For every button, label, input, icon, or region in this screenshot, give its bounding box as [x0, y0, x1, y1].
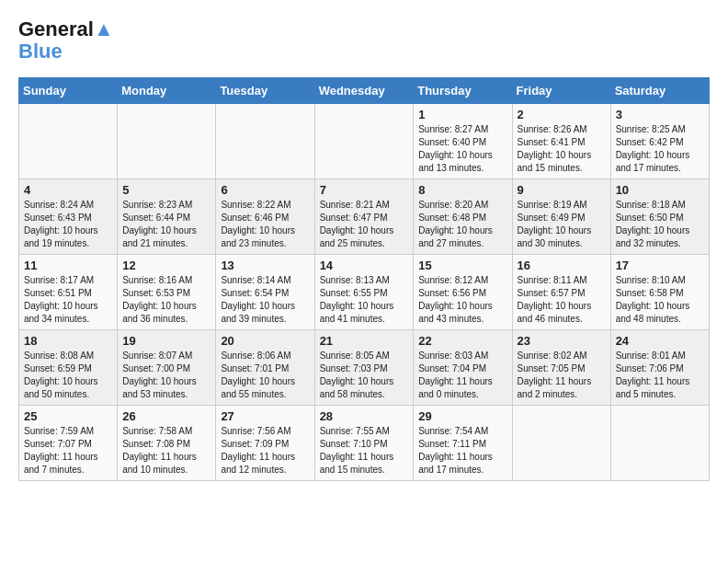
calendar-cell: 13Sunrise: 8:14 AMSunset: 6:54 PMDayligh…	[216, 255, 314, 330]
calendar-cell	[118, 104, 216, 179]
calendar-cell: 29Sunrise: 7:54 AMSunset: 7:11 PMDayligh…	[414, 406, 512, 481]
calendar-cell: 8Sunrise: 8:20 AMSunset: 6:48 PMDaylight…	[414, 179, 512, 255]
calendar-cell: 14Sunrise: 8:13 AMSunset: 6:55 PMDayligh…	[314, 255, 414, 330]
day-info: Sunrise: 8:02 AMSunset: 7:05 PMDaylight:…	[518, 350, 606, 401]
calendar-cell: 1Sunrise: 8:27 AMSunset: 6:40 PMDaylight…	[414, 104, 512, 179]
day-number: 18	[24, 334, 112, 348]
calendar-cell: 18Sunrise: 8:08 AMSunset: 6:59 PMDayligh…	[19, 330, 118, 406]
day-number: 27	[221, 409, 309, 423]
day-number: 7	[320, 183, 409, 197]
weekday-header: Saturday	[610, 78, 709, 104]
day-number: 5	[122, 183, 210, 197]
weekday-header: Sunday	[19, 78, 118, 104]
day-info: Sunrise: 8:23 AMSunset: 6:44 PMDaylight:…	[122, 199, 210, 250]
day-info: Sunrise: 7:56 AMSunset: 7:09 PMDaylight:…	[221, 425, 309, 477]
calendar-week: 11Sunrise: 8:17 AMSunset: 6:51 PMDayligh…	[19, 255, 710, 330]
weekday-header: Tuesday	[216, 78, 314, 104]
calendar-cell: 26Sunrise: 7:58 AMSunset: 7:08 PMDayligh…	[118, 406, 216, 481]
day-number: 3	[616, 108, 704, 121]
day-info: Sunrise: 8:24 AMSunset: 6:43 PMDaylight:…	[24, 199, 112, 250]
calendar-week: 1Sunrise: 8:27 AMSunset: 6:40 PMDaylight…	[19, 104, 710, 179]
calendar-cell: 11Sunrise: 8:17 AMSunset: 6:51 PMDayligh…	[19, 255, 118, 330]
calendar-cell: 15Sunrise: 8:12 AMSunset: 6:56 PMDayligh…	[414, 255, 512, 330]
calendar-week: 4Sunrise: 8:24 AMSunset: 6:43 PMDaylight…	[19, 179, 710, 255]
calendar-cell: 5Sunrise: 8:23 AMSunset: 6:44 PMDaylight…	[118, 179, 216, 255]
day-number: 1	[418, 108, 506, 121]
day-info: Sunrise: 8:13 AMSunset: 6:55 PMDaylight:…	[320, 274, 409, 326]
calendar-cell: 9Sunrise: 8:19 AMSunset: 6:49 PMDaylight…	[512, 179, 610, 255]
day-number: 23	[518, 334, 606, 348]
logo: General▲ Blue	[18, 18, 114, 63]
calendar-cell: 24Sunrise: 8:01 AMSunset: 7:06 PMDayligh…	[610, 330, 709, 406]
weekday-header: Thursday	[414, 78, 512, 104]
day-number: 11	[24, 259, 112, 272]
day-number: 17	[616, 259, 704, 272]
calendar-week: 25Sunrise: 7:59 AMSunset: 7:07 PMDayligh…	[19, 406, 710, 481]
day-info: Sunrise: 8:11 AMSunset: 6:57 PMDaylight:…	[518, 274, 606, 326]
day-number: 24	[616, 334, 704, 348]
day-number: 21	[320, 334, 409, 348]
calendar-week: 18Sunrise: 8:08 AMSunset: 6:59 PMDayligh…	[19, 330, 710, 406]
day-number: 6	[221, 183, 309, 197]
day-info: Sunrise: 8:06 AMSunset: 7:01 PMDaylight:…	[221, 350, 309, 401]
day-number: 15	[418, 259, 506, 272]
calendar-cell: 22Sunrise: 8:03 AMSunset: 7:04 PMDayligh…	[414, 330, 512, 406]
day-info: Sunrise: 8:10 AMSunset: 6:58 PMDaylight:…	[616, 274, 704, 326]
day-info: Sunrise: 8:18 AMSunset: 6:50 PMDaylight:…	[616, 199, 704, 250]
day-info: Sunrise: 8:20 AMSunset: 6:48 PMDaylight:…	[418, 199, 506, 250]
day-info: Sunrise: 8:14 AMSunset: 6:54 PMDaylight:…	[221, 274, 309, 326]
calendar-table: SundayMondayTuesdayWednesdayThursdayFrid…	[18, 77, 710, 481]
day-number: 10	[616, 183, 704, 197]
day-info: Sunrise: 8:26 AMSunset: 6:41 PMDaylight:…	[518, 123, 606, 175]
calendar-cell: 25Sunrise: 7:59 AMSunset: 7:07 PMDayligh…	[19, 406, 118, 481]
day-number: 16	[518, 259, 606, 272]
day-info: Sunrise: 7:55 AMSunset: 7:10 PMDaylight:…	[320, 425, 409, 477]
day-info: Sunrise: 8:05 AMSunset: 7:03 PMDaylight:…	[320, 350, 409, 401]
day-number: 14	[320, 259, 409, 272]
calendar-cell: 4Sunrise: 8:24 AMSunset: 6:43 PMDaylight…	[19, 179, 118, 255]
day-info: Sunrise: 8:07 AMSunset: 7:00 PMDaylight:…	[122, 350, 210, 401]
calendar-cell: 2Sunrise: 8:26 AMSunset: 6:41 PMDaylight…	[512, 104, 610, 179]
day-number: 20	[221, 334, 309, 348]
calendar-cell: 20Sunrise: 8:06 AMSunset: 7:01 PMDayligh…	[216, 330, 314, 406]
logo-text: General▲ Blue	[18, 18, 114, 63]
day-info: Sunrise: 8:21 AMSunset: 6:47 PMDaylight:…	[320, 199, 409, 250]
calendar-cell: 6Sunrise: 8:22 AMSunset: 6:46 PMDaylight…	[216, 179, 314, 255]
day-number: 26	[122, 409, 210, 423]
weekday-header: Friday	[512, 78, 610, 104]
day-info: Sunrise: 8:27 AMSunset: 6:40 PMDaylight:…	[418, 123, 506, 175]
day-info: Sunrise: 8:03 AMSunset: 7:04 PMDaylight:…	[418, 350, 506, 401]
calendar-cell: 27Sunrise: 7:56 AMSunset: 7:09 PMDayligh…	[216, 406, 314, 481]
day-number: 28	[320, 409, 409, 423]
calendar-cell: 17Sunrise: 8:10 AMSunset: 6:58 PMDayligh…	[610, 255, 709, 330]
day-number: 13	[221, 259, 309, 272]
weekday-header: Monday	[118, 78, 216, 104]
calendar-header: SundayMondayTuesdayWednesdayThursdayFrid…	[19, 78, 710, 104]
day-info: Sunrise: 7:58 AMSunset: 7:08 PMDaylight:…	[122, 425, 210, 477]
calendar-cell: 19Sunrise: 8:07 AMSunset: 7:00 PMDayligh…	[118, 330, 216, 406]
calendar-cell	[512, 406, 610, 481]
calendar-cell: 10Sunrise: 8:18 AMSunset: 6:50 PMDayligh…	[610, 179, 709, 255]
day-number: 4	[24, 183, 112, 197]
calendar-cell	[216, 104, 314, 179]
day-info: Sunrise: 7:54 AMSunset: 7:11 PMDaylight:…	[418, 425, 506, 477]
day-info: Sunrise: 8:12 AMSunset: 6:56 PMDaylight:…	[418, 274, 506, 326]
day-number: 8	[418, 183, 506, 197]
day-number: 29	[418, 409, 506, 423]
day-info: Sunrise: 8:17 AMSunset: 6:51 PMDaylight:…	[24, 274, 112, 326]
calendar-cell	[19, 104, 118, 179]
calendar-cell: 3Sunrise: 8:25 AMSunset: 6:42 PMDaylight…	[610, 104, 709, 179]
day-number: 19	[122, 334, 210, 348]
calendar-cell: 7Sunrise: 8:21 AMSunset: 6:47 PMDaylight…	[314, 179, 414, 255]
day-info: Sunrise: 8:25 AMSunset: 6:42 PMDaylight:…	[616, 123, 704, 175]
day-number: 9	[518, 183, 606, 197]
day-number: 12	[122, 259, 210, 272]
day-number: 22	[418, 334, 506, 348]
calendar-cell	[610, 406, 709, 481]
day-info: Sunrise: 7:59 AMSunset: 7:07 PMDaylight:…	[24, 425, 112, 477]
day-info: Sunrise: 8:01 AMSunset: 7:06 PMDaylight:…	[616, 350, 704, 401]
day-info: Sunrise: 8:19 AMSunset: 6:49 PMDaylight:…	[518, 199, 606, 250]
calendar-cell: 28Sunrise: 7:55 AMSunset: 7:10 PMDayligh…	[314, 406, 414, 481]
day-info: Sunrise: 8:22 AMSunset: 6:46 PMDaylight:…	[221, 199, 309, 250]
calendar-cell	[314, 104, 414, 179]
